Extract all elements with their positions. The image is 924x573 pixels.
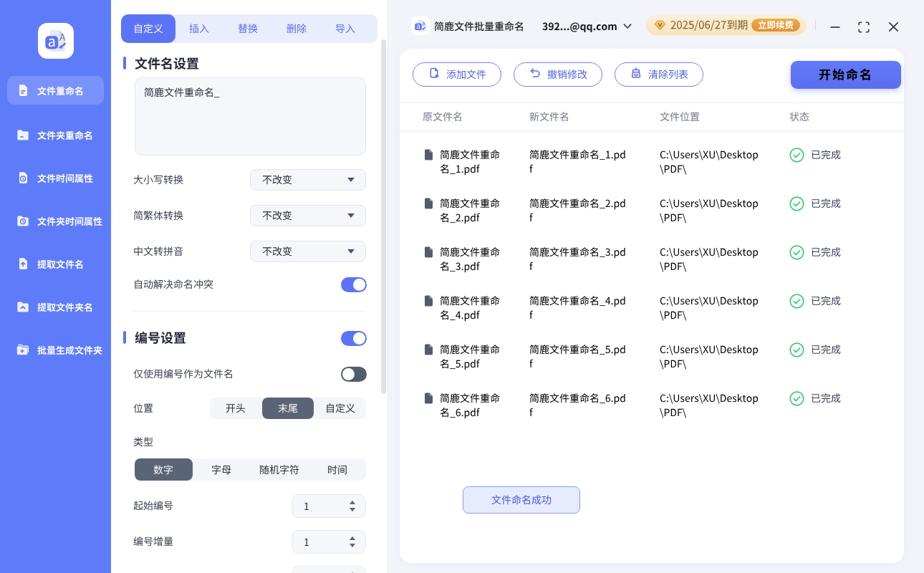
sidebar-item-1[interactable]: [7, 120, 104, 149]
sidebar-item-6[interactable]: [7, 335, 104, 364]
increment-label: [133, 534, 173, 549]
check-circle-icon: [789, 342, 804, 357]
digits-stepper[interactable]: [292, 566, 366, 573]
col-header-status: [789, 110, 809, 124]
filename-section-title: [135, 54, 199, 72]
caret-down-icon: [347, 213, 355, 218]
cell-location: [660, 148, 759, 176]
titlebar: [387, 0, 924, 44]
col-header-original: [423, 110, 463, 124]
position-label: [133, 401, 153, 415]
sidebar-item-5[interactable]: [7, 292, 104, 321]
position-segmented: [210, 398, 366, 419]
account-label: [542, 19, 617, 34]
sidebar-item-label: [37, 301, 93, 314]
case-convert-select[interactable]: [250, 169, 366, 191]
section-accent-bar: [123, 331, 126, 345]
cell-location: [660, 196, 759, 225]
status-label: [811, 294, 841, 308]
sidebar-item-label: [37, 344, 102, 357]
undo-button[interactable]: [514, 62, 602, 87]
conflict-resolve-toggle[interactable]: [341, 277, 367, 292]
increment-stepper[interactable]: [292, 530, 366, 554]
start-number-label: [133, 499, 173, 513]
file-icon: [424, 246, 433, 258]
position-option-0[interactable]: [210, 398, 262, 419]
numbering-section-title: [135, 329, 186, 347]
file-icon: [424, 295, 433, 307]
cell-original: [440, 148, 500, 176]
simplified-traditional-select[interactable]: [250, 205, 366, 226]
tab-label: [189, 21, 209, 36]
settings-scrollbar[interactable]: [381, 39, 386, 394]
stepper-arrows-icon[interactable]: [349, 500, 356, 512]
start-number-stepper[interactable]: [292, 494, 366, 518]
stepper-value: [304, 499, 349, 514]
add-files-button[interactable]: [413, 62, 501, 87]
file-icon: [424, 198, 433, 209]
numbering-toggle[interactable]: [341, 331, 367, 346]
sidebar-item-2[interactable]: [7, 163, 104, 192]
table-row[interactable]: [400, 138, 904, 186]
pinyin-select[interactable]: [250, 241, 366, 262]
close-button[interactable]: [888, 21, 899, 32]
type-option-1[interactable]: [193, 458, 251, 481]
tab-3[interactable]: [275, 14, 318, 43]
tab-4[interactable]: [324, 14, 367, 43]
table-row[interactable]: [400, 235, 904, 284]
type-label: [133, 435, 153, 449]
tab-2[interactable]: [226, 14, 269, 43]
cell-status: [789, 148, 841, 162]
folder-rename-icon: [16, 127, 30, 142]
only-number-toggle[interactable]: [341, 367, 367, 382]
titlebar-separator: [815, 19, 816, 31]
button-label: [819, 66, 873, 84]
maximize-button[interactable]: [858, 21, 870, 33]
position-option-1[interactable]: [262, 398, 314, 419]
caret-down-icon: [347, 177, 355, 183]
table-row[interactable]: [400, 284, 904, 332]
type-option-0[interactable]: [135, 458, 193, 481]
cell-new: [529, 148, 626, 176]
button-label: [648, 67, 688, 82]
type-option-3[interactable]: [308, 458, 366, 481]
toggle-knob: [353, 279, 365, 291]
table-row[interactable]: [400, 186, 904, 235]
table-row[interactable]: [400, 332, 904, 381]
clear-list-button[interactable]: [615, 62, 703, 87]
account-menu[interactable]: [542, 19, 632, 34]
renew-button[interactable]: [751, 19, 800, 32]
case-convert-label: [133, 173, 183, 187]
stepper-arrows-icon[interactable]: [349, 536, 356, 548]
button-label: [446, 67, 486, 82]
cell-original: [440, 196, 500, 225]
segment-label: [226, 401, 246, 415]
table-border: [400, 102, 904, 103]
position-option-2[interactable]: [314, 398, 366, 419]
tab-0[interactable]: [121, 14, 175, 43]
type-option-2[interactable]: [251, 458, 309, 481]
check-circle-icon: [789, 294, 804, 309]
cell-new: [529, 196, 626, 225]
cell-original: [440, 294, 500, 322]
sidebar-item-0[interactable]: [7, 76, 104, 105]
cell-original: [440, 342, 500, 371]
button-label: [547, 67, 587, 82]
stepper-value: [304, 535, 349, 549]
sidebar-item-label: [37, 172, 93, 186]
cell-location: [660, 294, 759, 322]
table-border: [400, 131, 904, 132]
tab-1[interactable]: [178, 14, 221, 43]
segment-label: [278, 401, 298, 415]
table-row[interactable]: [400, 381, 904, 430]
tab-label: [238, 21, 258, 36]
sidebar-item-4[interactable]: [7, 249, 104, 278]
select-value: [262, 173, 347, 187]
minimize-button[interactable]: [829, 21, 841, 33]
cell-status: [789, 342, 841, 357]
cell-new: [529, 342, 626, 371]
section-accent-bar: [123, 57, 126, 70]
start-rename-button[interactable]: [791, 61, 901, 89]
sidebar-item-3[interactable]: [7, 206, 104, 235]
filename-pattern-input[interactable]: [135, 77, 366, 155]
